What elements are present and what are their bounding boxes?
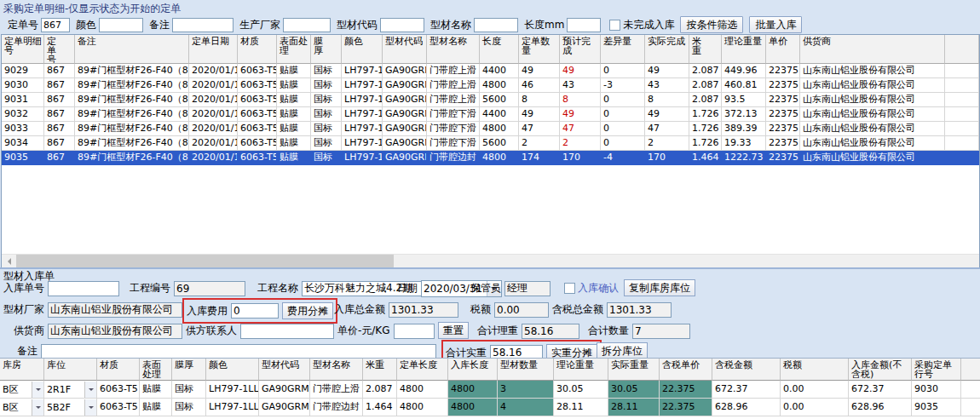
table-cell[interactable]: 6063-T5 — [97, 381, 140, 399]
column-header[interactable] — [961, 359, 980, 381]
table-cell[interactable]: 贴膜 — [140, 381, 172, 399]
column-header[interactable]: 预计完成 — [560, 35, 601, 64]
table-row[interactable]: 903586789#门框型材F26-F40（866+867）2020/01/13… — [2, 151, 979, 165]
column-header[interactable]: 型材数量 — [498, 359, 554, 381]
column-header[interactable]: 差异量 — [601, 35, 645, 64]
column-header[interactable]: 米 重 — [689, 35, 722, 64]
total-theory-weight-input[interactable] — [522, 324, 579, 339]
column-header[interactable]: 米重 — [363, 359, 397, 381]
table-row[interactable]: 903186789#门框型材F26-F40（866+867）2020/01/13… — [2, 93, 979, 107]
table-cell[interactable]: 30.05 — [608, 381, 660, 399]
table-cell[interactable]: 国标 — [172, 381, 206, 399]
column-header[interactable]: 定单日期 — [189, 35, 238, 64]
column-header[interactable]: 实际完成 — [645, 35, 689, 64]
table-cell[interactable]: B区 — [0, 381, 44, 399]
reset-button[interactable]: 重置 — [438, 322, 469, 339]
table-cell[interactable]: 5B2F — [44, 399, 97, 416]
table-cell[interactable]: 4800 — [397, 399, 448, 416]
table-cell[interactable]: 6063-T5 — [97, 399, 140, 416]
column-header[interactable]: 型材名称 — [427, 35, 480, 64]
filter-remark-input[interactable] — [172, 18, 233, 32]
column-header[interactable]: 含税金额 — [712, 359, 781, 381]
column-header[interactable]: 定单数量 — [519, 35, 560, 64]
column-header[interactable]: 型材代码 — [259, 359, 310, 381]
table-cell[interactable]: 30.05 — [554, 381, 608, 399]
column-header[interactable]: 定单明细号 — [2, 35, 44, 64]
column-header[interactable]: 颜色 — [342, 35, 383, 64]
column-header[interactable]: 颜色 — [206, 359, 259, 381]
table-cell[interactable]: 22.375 — [660, 381, 712, 399]
column-header[interactable]: 膜厚 — [172, 359, 206, 381]
tax-total-input[interactable] — [607, 302, 672, 318]
column-header[interactable]: 材质 — [238, 35, 277, 64]
filter-profile-code-input[interactable] — [380, 18, 424, 32]
column-header[interactable]: 税额 — [781, 359, 849, 381]
column-header[interactable]: 定单长度 — [397, 359, 448, 381]
inbound-no-input[interactable] — [48, 281, 119, 296]
column-header[interactable]: 膜 厚 — [311, 35, 342, 64]
table-cell[interactable]: 9035 — [912, 399, 961, 416]
column-header[interactable]: 长度 — [480, 35, 519, 64]
horizontal-scrollbar[interactable] — [2, 254, 979, 267]
table-cell[interactable]: GA90GRM03 — [259, 381, 310, 399]
table-cell[interactable]: 28.11 — [608, 399, 660, 416]
table-row[interactable]: B区2R1F6063-T5贴膜国标LH797-1LL0GA90GRM03门带腔上… — [0, 381, 980, 399]
table-cell[interactable]: 贴膜 — [140, 399, 172, 416]
column-header[interactable]: 入库长度 — [448, 359, 498, 381]
table-cell[interactable]: 3 — [498, 381, 554, 399]
table-cell[interactable]: 国标 — [172, 399, 206, 416]
dropdown-arrow-icon[interactable] — [84, 399, 96, 416]
column-header[interactable]: 型材代码 — [383, 35, 427, 64]
table-cell[interactable]: 2.087 — [363, 381, 397, 399]
column-header[interactable]: 入库金额(不含税) — [849, 359, 912, 381]
table-cell[interactable] — [961, 399, 980, 416]
column-header[interactable]: 库房 — [0, 359, 44, 381]
table-cell[interactable]: 4800 — [397, 381, 448, 399]
table-cell[interactable]: 628.96 — [712, 399, 781, 416]
table-cell[interactable]: 2R1F — [44, 381, 97, 399]
keeper-input[interactable] — [504, 281, 551, 296]
table-row[interactable]: 903286789#门框型材F26-F40（866+867）2020/01/13… — [2, 107, 979, 122]
filter-color-input[interactable] — [99, 18, 143, 32]
remark-input[interactable] — [41, 344, 436, 359]
table-row[interactable]: B区5B2F6063-T5贴膜国标LH797-1LL0GA90GRM05门带腔边… — [0, 399, 980, 416]
table-cell[interactable]: LH797-1LL0 — [206, 381, 259, 399]
unfinished-checkbox[interactable] — [609, 20, 620, 31]
column-header[interactable]: 含税单价 — [660, 359, 712, 381]
table-cell[interactable]: LH797-1LL0 — [206, 399, 259, 416]
dropdown-arrow-icon[interactable] — [32, 399, 43, 416]
column-header[interactable]: 备注 — [75, 35, 189, 64]
table-cell[interactable]: 628.96 — [849, 399, 912, 416]
scroll-left-arrow-icon[interactable] — [2, 255, 15, 267]
inbound-confirm-checkbox[interactable] — [564, 283, 575, 294]
table-cell[interactable]: 4 — [498, 399, 554, 416]
table-row[interactable]: 903486789#门框型材F26-F40（866+867）2020/01/13… — [2, 136, 979, 151]
column-header[interactable]: 型材名称 — [310, 359, 363, 381]
table-cell[interactable]: 0.00 — [781, 381, 849, 399]
column-header[interactable]: 供货商 — [800, 35, 945, 64]
column-header[interactable] — [945, 35, 979, 64]
unit-price-input[interactable] — [394, 324, 435, 339]
table-cell[interactable]: 672.37 — [849, 381, 912, 399]
tax-input[interactable] — [494, 302, 549, 318]
table-cell[interactable]: 4800 — [448, 381, 498, 399]
filter-manufacturer-input[interactable] — [283, 18, 331, 32]
copy-warehouse-location-button[interactable]: 复制库房库位 — [624, 279, 695, 296]
table-cell[interactable]: B区 — [0, 399, 44, 416]
table-row[interactable]: 903086789#门框型材F26-F40（866+867）2020/01/13… — [2, 78, 979, 93]
column-header[interactable]: 理论重量 — [554, 359, 608, 381]
filter-profile-name-input[interactable] — [474, 18, 518, 32]
table-cell[interactable]: 门带腔上滑 — [310, 381, 363, 399]
table-cell[interactable]: 9030 — [912, 381, 961, 399]
filter-by-condition-button[interactable]: 按条件筛选 — [680, 16, 743, 33]
column-header[interactable]: 库位 — [44, 359, 97, 381]
supplier-contact-input[interactable] — [240, 324, 334, 339]
batch-inbound-button[interactable]: 批量入库 — [749, 16, 802, 33]
table-cell[interactable]: 672.37 — [712, 381, 781, 399]
inbound-fee-input[interactable] — [231, 303, 279, 319]
inbound-total-input[interactable] — [389, 302, 458, 318]
dropdown-arrow-icon[interactable] — [84, 382, 96, 398]
table-cell[interactable]: GA90GRM05 — [259, 399, 310, 416]
table-cell[interactable]: 28.11 — [554, 399, 608, 416]
project-no-input[interactable] — [174, 281, 245, 296]
